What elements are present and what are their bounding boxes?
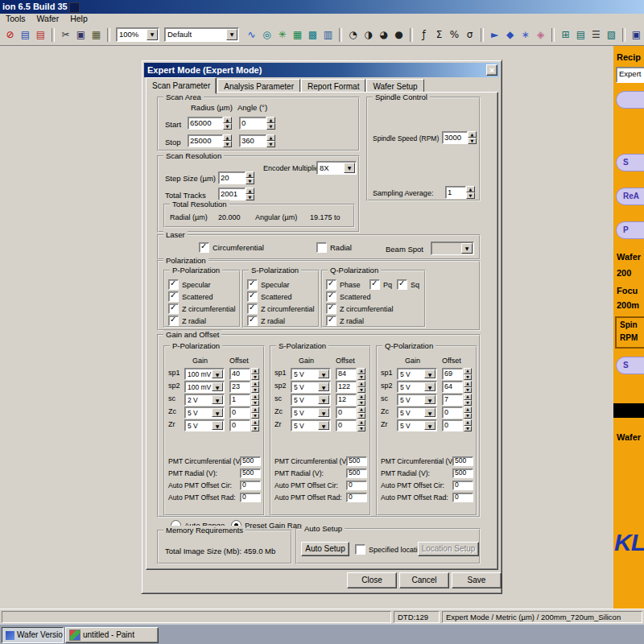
menu-wafer[interactable]: Wafer <box>31 14 65 23</box>
offset-spinner[interactable]: ▲▼ <box>251 419 259 431</box>
offset-spinner[interactable]: ▲▼ <box>357 381 365 393</box>
chevron-down-icon[interactable]: ▼ <box>318 382 329 391</box>
chevron-down-icon[interactable]: ▼ <box>226 29 237 40</box>
z-circumferential-checkbox[interactable] <box>168 303 179 314</box>
table-view-icon[interactable]: ▤ <box>574 28 588 42</box>
stop-radius-input[interactable]: 25000 <box>188 134 223 147</box>
gain-select[interactable]: 5 V▼ <box>291 381 331 393</box>
pause-button[interactable]: P <box>616 221 644 239</box>
sigma-icon[interactable]: σ <box>463 28 477 42</box>
recipe-combo[interactable]: Expert▼ <box>616 67 644 83</box>
offset-spinner[interactable]: ▲▼ <box>251 407 259 419</box>
chevron-down-icon[interactable]: ▼ <box>212 369 223 378</box>
offset-spinner[interactable]: ▲▼ <box>251 381 259 393</box>
total-tracks-spinner[interactable]: ▲▼ <box>246 188 254 200</box>
chevron-down-icon[interactable]: ▼ <box>318 421 329 430</box>
stop-angle-spinner[interactable]: ▲▼ <box>266 134 275 147</box>
chevron-down-icon[interactable]: ▼ <box>318 369 329 378</box>
offset-input[interactable]: 40 <box>229 368 250 380</box>
histogram-view-icon[interactable]: ▥ <box>321 28 335 42</box>
zoom-combo[interactable]: 100%▼ <box>116 27 159 42</box>
offset-spinner[interactable]: ▲▼ <box>251 394 259 406</box>
specified-location-checkbox[interactable] <box>355 544 365 555</box>
sum-icon[interactable]: Σ <box>432 28 446 42</box>
specular-checkbox[interactable] <box>247 279 258 290</box>
paste-icon[interactable]: ▦ <box>89 28 103 42</box>
offset-spinner[interactable]: ▲▼ <box>251 368 259 380</box>
grid-view-icon[interactable]: ⊞ <box>559 28 572 42</box>
gain-select[interactable]: 5 V▼ <box>397 394 437 406</box>
scattered-checkbox[interactable] <box>247 291 258 302</box>
offset-input[interactable]: 84 <box>336 368 357 380</box>
auto-pmt-offset-cir-input[interactable]: 0 <box>240 481 261 490</box>
taskbar-item-wafer[interactable]: Wafer Versio... <box>2 627 64 643</box>
tab-scan-parameter[interactable]: Scan Parameter <box>146 77 217 94</box>
chevron-down-icon[interactable]: ▼ <box>424 382 436 391</box>
z-radial-checkbox[interactable] <box>168 316 179 326</box>
report-view-icon[interactable]: ▧ <box>605 28 618 42</box>
chevron-down-icon[interactable]: ▼ <box>212 395 223 404</box>
gain-select[interactable]: 5 V▼ <box>397 407 437 419</box>
offset-spinner[interactable]: ▲▼ <box>357 368 365 380</box>
waveform-view-icon[interactable]: ∿ <box>245 28 258 42</box>
start-angle-input[interactable]: 0 <box>239 117 266 130</box>
z-radial-checkbox[interactable] <box>247 316 258 326</box>
function-icon[interactable]: ƒ <box>417 28 431 42</box>
sq-checkbox[interactable] <box>397 279 407 290</box>
menu-help[interactable]: Help <box>64 14 93 23</box>
gain-select[interactable]: 2 V▼ <box>184 394 225 406</box>
chevron-down-icon[interactable]: ▼ <box>318 395 329 404</box>
pointer-icon[interactable]: ► <box>488 28 502 42</box>
preset-combo[interactable]: Default▼ <box>164 27 239 42</box>
cancel-button[interactable]: Cancel <box>399 572 449 588</box>
chevron-down-icon[interactable]: ▼ <box>424 408 436 417</box>
offset-input[interactable]: 64 <box>442 381 463 393</box>
half-circle-icon[interactable]: ◑ <box>361 28 375 42</box>
total-tracks-input[interactable]: 2001 <box>218 188 246 200</box>
pmt-radial-input[interactable]: 500 <box>240 469 261 478</box>
gain-select[interactable]: 5 V▼ <box>184 407 225 419</box>
offset-input[interactable]: 23 <box>229 381 250 393</box>
stop-button[interactable]: S <box>616 357 644 374</box>
menu-tools[interactable]: Tools <box>0 14 31 23</box>
offset-input[interactable]: 1 <box>229 394 250 406</box>
spindle-speed-spinner[interactable]: ▲▼ <box>468 131 477 144</box>
stop-angle-input[interactable]: 360 <box>239 134 266 147</box>
gain-select[interactable]: 5 V▼ <box>184 419 225 431</box>
start-button[interactable]: S <box>616 154 644 171</box>
percent-icon[interactable]: % <box>448 28 461 42</box>
auto-pmt-offset-rad-input[interactable]: 0 <box>452 493 473 502</box>
spindle-speed-input[interactable]: 3000 <box>442 131 468 144</box>
pmt-circumferential-input[interactable]: 500 <box>346 456 367 466</box>
chevron-down-icon[interactable]: ▼ <box>424 421 436 430</box>
offset-spinner[interactable]: ▲▼ <box>464 419 472 431</box>
polar-view-icon[interactable]: ◎ <box>260 28 274 42</box>
offset-input[interactable]: 0 <box>442 407 463 419</box>
chevron-down-icon[interactable]: ▼ <box>212 408 223 417</box>
gain-select[interactable]: 100 mV▼ <box>184 381 225 393</box>
sampling-average-input[interactable]: 1 <box>445 186 466 199</box>
image-file-blue-icon[interactable]: ▤ <box>19 28 32 42</box>
auto-setup-button[interactable]: Auto Setup <box>301 542 349 556</box>
scattered-checkbox[interactable] <box>168 291 179 302</box>
z-circumferential-checkbox[interactable] <box>326 303 336 314</box>
circumferential-checkbox[interactable] <box>199 242 209 253</box>
radial-checkbox[interactable] <box>316 242 327 253</box>
gain-select[interactable]: 5 V▼ <box>291 394 331 406</box>
z-radial-checkbox[interactable] <box>326 316 336 326</box>
auto-pmt-offset-rad-input[interactable]: 0 <box>240 493 261 502</box>
chevron-down-icon[interactable]: ▼ <box>318 408 329 417</box>
offset-spinner[interactable]: ▲▼ <box>464 368 472 380</box>
location-setup-button[interactable]: Location Setup <box>418 542 479 556</box>
reanalyze-button[interactable]: ReA <box>616 188 644 205</box>
offset-spinner[interactable]: ▲▼ <box>357 419 365 431</box>
wafer-map-icon[interactable]: ✳ <box>275 28 289 42</box>
gain-select[interactable]: 5 V▼ <box>397 381 437 393</box>
offset-input[interactable]: 0 <box>229 407 250 419</box>
auto-pmt-offset-rad-input[interactable]: 0 <box>346 493 367 502</box>
offset-input[interactable]: 0 <box>336 419 357 431</box>
start-angle-spinner[interactable]: ▲▼ <box>266 117 275 130</box>
sampling-average-spinner[interactable]: ▲▼ <box>466 186 475 199</box>
close-icon[interactable]: × <box>486 64 497 76</box>
chevron-down-icon[interactable]: ▼ <box>344 163 355 173</box>
